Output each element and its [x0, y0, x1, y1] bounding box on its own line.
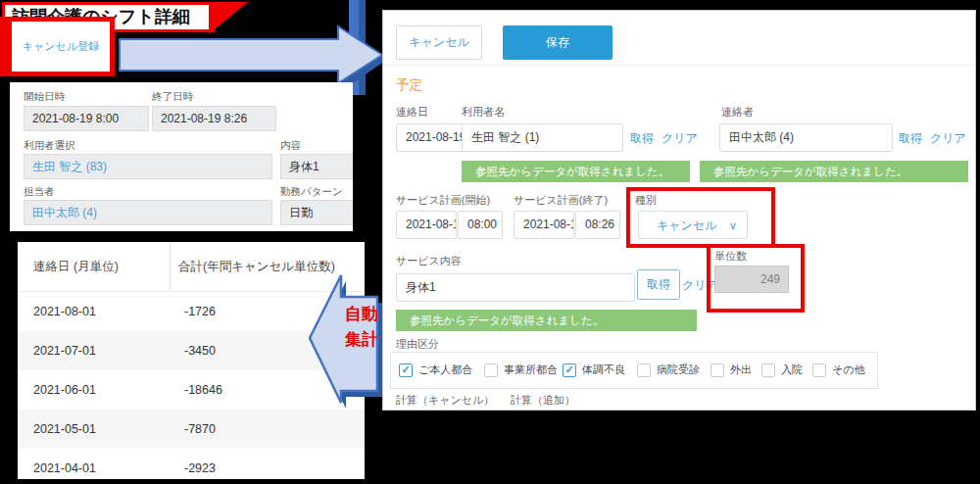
row-date: 2021-07-01 — [18, 331, 170, 370]
row-total: -2923 — [170, 449, 365, 479]
checkbox[interactable] — [563, 363, 576, 377]
checkbox-item[interactable]: ご本人都合 — [399, 363, 472, 377]
plan-start-label: サービス計画(開始) — [396, 193, 490, 208]
reason-checkbox-group: ご本人都合 事業所都合 体調不良 病院受診 外出 入院 その他 — [390, 352, 878, 389]
checkbox[interactable] — [637, 363, 651, 377]
user-select-label: 利用者選択 — [24, 139, 75, 153]
checkbox-label: 事業所都合 — [504, 363, 558, 377]
end-datetime-label: 終了日時 — [152, 90, 193, 104]
checkbox[interactable] — [710, 363, 724, 377]
checkbox-label: 病院受診 — [657, 363, 700, 377]
user-name-label: 利用者名 — [462, 105, 505, 120]
service-content-label: サービス内容 — [396, 254, 462, 268]
work-pattern-field[interactable]: 日勤 — [280, 200, 353, 225]
service-content-get-link[interactable]: 取得 — [637, 269, 680, 300]
start-datetime-label: 開始日時 — [24, 90, 65, 104]
row-date: 2021-04-01 — [18, 449, 170, 479]
user-name-fetch-message: 参照先からデータが取得されました。 — [462, 161, 690, 182]
units-highlight-box — [707, 244, 805, 313]
service-content-input[interactable]: 身体1 — [396, 273, 635, 302]
content-field[interactable]: 身体1 — [280, 154, 353, 179]
checkbox[interactable] — [812, 363, 826, 377]
reason-category-label: 理由区分 — [396, 337, 439, 352]
contact-person-get-link[interactable]: 取得 — [899, 130, 922, 147]
plan-end-date-input[interactable]: 2021-08-19 — [514, 211, 574, 239]
checkbox-item[interactable]: 病院受診 — [637, 363, 700, 377]
type-highlight-box — [626, 187, 775, 248]
staff-field[interactable]: 田中太郎 (4) — [24, 200, 272, 225]
contact-date-input[interactable]: 2021-08-19 — [396, 123, 466, 152]
row-total: -7870 — [170, 410, 365, 449]
start-datetime-field[interactable]: 2021-08-19 8:00 — [24, 106, 149, 131]
user-name-input[interactable]: 生田 智之 (1) — [462, 123, 623, 152]
contact-person-clear-link[interactable]: クリア — [930, 130, 966, 147]
checkbox-item[interactable]: その他 — [812, 363, 865, 377]
checkbox[interactable] — [761, 363, 775, 377]
plan-end-time-input[interactable]: 08:26 — [575, 211, 620, 239]
user-name-clear-link[interactable]: クリア — [662, 130, 698, 147]
staff-label: 担当者 — [24, 185, 55, 199]
checkbox-label: 体調不良 — [582, 363, 625, 377]
row-date: 2021-08-01 — [18, 292, 170, 331]
checkbox[interactable] — [399, 363, 413, 377]
section-title-schedule: 予定 — [396, 76, 422, 94]
calc-cancel-label: 計算（キャンセル） — [396, 393, 494, 408]
checkbox-item[interactable]: 入院 — [761, 363, 803, 377]
user-select-field[interactable]: 生田 智之 (83) — [24, 154, 272, 179]
contact-person-fetch-message: 参照先からデータが取得されました。 — [700, 161, 968, 182]
service-content-fetch-message: 参照先からデータが取得されました。 — [396, 310, 697, 331]
plan-end-label: サービス計画(終了) — [514, 193, 608, 208]
calc-add-label: 計算（追加） — [511, 393, 575, 408]
checkbox[interactable] — [484, 363, 498, 377]
save-button[interactable]: 保存 — [503, 25, 612, 60]
checkbox-label: その他 — [832, 363, 865, 377]
end-datetime-field[interactable]: 2021-08-19 8:26 — [152, 106, 276, 131]
checkbox-item[interactable]: 体調不良 — [563, 363, 625, 377]
cancel-register-highlight-box: キャンセル登録 — [0, 17, 115, 76]
page-background: { "colors": { "annotation_red": "#ee0000… — [0, 0, 980, 484]
contact-person-label: 連絡者 — [721, 105, 754, 120]
row-date: 2021-05-01 — [18, 410, 170, 449]
divider — [383, 65, 975, 66]
cancel-register-button[interactable]: キャンセル登録 — [23, 39, 99, 54]
plan-start-time-input[interactable]: 08:00 — [458, 211, 503, 239]
user-name-get-link[interactable]: 取得 — [630, 130, 654, 147]
checkbox-item[interactable]: 事業所都合 — [484, 363, 558, 377]
content-label: 内容 — [280, 139, 301, 153]
contact-person-input[interactable]: 田中太郎 (4) — [719, 123, 893, 152]
table-row: 2021-05-01 -7870 — [18, 410, 365, 449]
cancel-button[interactable]: キャンセル — [396, 25, 482, 60]
checkbox-label: 外出 — [730, 363, 752, 377]
row-date: 2021-06-01 — [18, 370, 170, 410]
checkbox-label: ご本人都合 — [418, 363, 472, 377]
cancel-editor-panel: キャンセル 保存 予定 連絡日 2021-08-19 利用者名 生田 智之 (1… — [382, 10, 976, 411]
column-header-date: 連絡日 (月単位) — [18, 242, 170, 291]
checkbox-item[interactable]: 外出 — [710, 363, 752, 377]
work-pattern-label: 勤務パターン — [280, 185, 343, 199]
shift-detail-panel: 開始日時 終了日時 2021-08-19 8:00 2021-08-19 8:2… — [10, 82, 353, 231]
checkbox-label: 入院 — [781, 363, 803, 377]
table-row: 2021-04-01 -2923 — [18, 449, 365, 479]
contact-date-label: 連絡日 — [396, 105, 428, 120]
plan-start-date-input[interactable]: 2021-08-19 — [396, 211, 457, 239]
